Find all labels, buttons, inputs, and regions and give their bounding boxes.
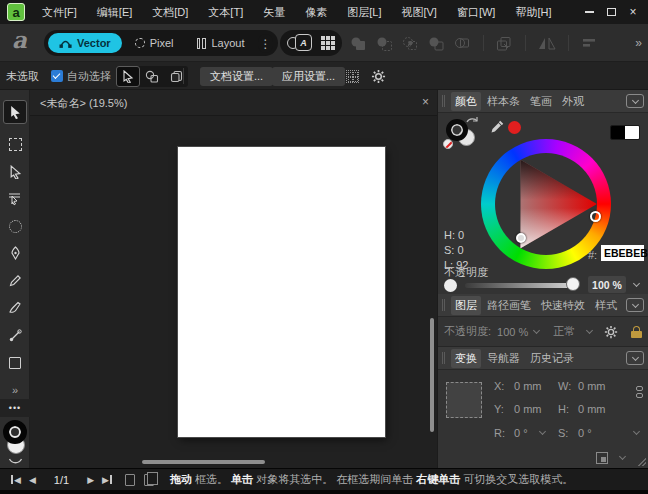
persona-vector-button[interactable]: Vector xyxy=(48,33,122,53)
s-value[interactable]: 0 ° xyxy=(578,427,592,439)
saturation-triangle[interactable] xyxy=(495,153,597,255)
horizontal-scrollbar[interactable] xyxy=(142,460,265,464)
select-object-button[interactable] xyxy=(140,66,164,87)
alignment-icon[interactable] xyxy=(581,36,597,50)
tab-stroke[interactable]: 笔画 xyxy=(526,92,556,111)
opacity-value[interactable]: 100 % xyxy=(588,276,626,293)
toolbar-more-chevron[interactable]: » xyxy=(635,36,642,50)
boolean-add-icon[interactable] xyxy=(350,36,367,51)
hue-marker[interactable] xyxy=(590,211,601,222)
tab-swatches[interactable]: 样本条 xyxy=(483,92,524,111)
contour-tool[interactable] xyxy=(3,187,27,211)
grid-panel-button[interactable] xyxy=(321,36,335,50)
select-duplicate-button[interactable] xyxy=(164,66,188,87)
transparency-tool[interactable] xyxy=(3,323,27,347)
h-value[interactable]: 0 mm xyxy=(578,403,606,415)
tab-path-brushes[interactable]: 路径画笔 xyxy=(483,296,535,315)
corner-tool[interactable] xyxy=(3,214,27,238)
eyedropper-icon[interactable] xyxy=(490,119,505,134)
maximize-button[interactable] xyxy=(600,2,622,22)
menu-window[interactable]: 窗口[W] xyxy=(447,0,506,24)
link-dimensions-icon[interactable] xyxy=(636,386,643,398)
first-page-button[interactable]: ◀ xyxy=(7,475,25,485)
menu-layer[interactable]: 图层[L] xyxy=(337,0,391,24)
lock-icon[interactable] xyxy=(631,326,642,338)
color-panel-menu-button[interactable] xyxy=(626,94,644,108)
move-tool[interactable] xyxy=(3,100,27,124)
panel-grip[interactable] xyxy=(442,95,445,107)
tab-appearance[interactable]: 外观 xyxy=(558,92,588,111)
vertical-scrollbar[interactable] xyxy=(430,318,434,432)
chevron-down-icon[interactable] xyxy=(539,428,546,435)
menu-edit[interactable]: 编辑[E] xyxy=(87,0,142,24)
close-button[interactable]: × xyxy=(622,2,644,22)
boolean-combine-icon[interactable] xyxy=(454,36,471,51)
menu-help[interactable]: 帮助[H] xyxy=(505,0,561,24)
rectangle-tool[interactable] xyxy=(3,351,27,375)
facing-pages-icon[interactable] xyxy=(144,474,154,486)
persona-layout-button[interactable]: Layout xyxy=(186,33,255,53)
app-settings-button[interactable]: 应用设置... xyxy=(272,67,345,86)
layers-opacity-value[interactable]: 100 % xyxy=(497,326,528,338)
menu-vector[interactable]: 矢量 xyxy=(253,0,295,24)
layer-settings-gear-icon[interactable] xyxy=(604,325,618,339)
r-value[interactable]: 0 ° xyxy=(514,427,528,439)
resize-grip[interactable] xyxy=(638,458,646,466)
document-page[interactable] xyxy=(178,147,385,437)
auto-select-checkbox[interactable] xyxy=(51,70,63,82)
tab-layers[interactable]: 图层 xyxy=(451,296,481,315)
saturation-marker[interactable] xyxy=(516,233,526,243)
tab-history[interactable]: 历史记录 xyxy=(526,349,578,368)
menu-pixel[interactable]: 像素 xyxy=(295,0,337,24)
chevron-down-icon[interactable] xyxy=(533,327,540,334)
anchor-point-selector[interactable] xyxy=(446,382,482,418)
blend-mode-select[interactable]: 正常 xyxy=(553,324,575,339)
pen-tool[interactable] xyxy=(3,241,27,265)
artboard-tool[interactable] xyxy=(3,132,27,156)
tab-navigator[interactable]: 导航器 xyxy=(483,349,524,368)
black-white-swatch[interactable] xyxy=(610,125,640,140)
chevron-down-icon[interactable] xyxy=(633,428,640,435)
node-tool[interactable] xyxy=(3,160,27,184)
panel-stroke-well[interactable] xyxy=(446,119,468,141)
previous-page-button[interactable]: ◀ xyxy=(25,475,40,485)
tab-color[interactable]: 颜色 xyxy=(451,92,481,111)
menu-text[interactable]: 文本[T] xyxy=(198,0,253,24)
tab-transform[interactable]: 变换 xyxy=(451,349,481,368)
opacity-slider-handle[interactable] xyxy=(566,277,580,291)
stroke-color-well[interactable] xyxy=(3,420,27,444)
document-settings-button[interactable]: 文档设置... xyxy=(200,67,273,86)
boolean-subtract-icon[interactable] xyxy=(376,36,393,51)
snapping-options-button[interactable] xyxy=(346,70,359,83)
next-page-button[interactable]: ▶ xyxy=(83,475,98,485)
opacity-slider-track[interactable] xyxy=(465,283,573,288)
toolbar-options-button[interactable]: ⋮ xyxy=(258,34,273,53)
vector-brush-tool[interactable] xyxy=(3,295,27,319)
single-page-icon[interactable] xyxy=(125,474,135,486)
pencil-tool[interactable] xyxy=(3,268,27,292)
persona-pixel-button[interactable]: Pixel xyxy=(124,33,185,53)
insert-inside-icon[interactable] xyxy=(496,36,513,51)
boolean-intersect-icon[interactable] xyxy=(402,36,419,51)
x-value[interactable]: 0 mm xyxy=(514,380,542,392)
auto-select-label[interactable]: 自动选择 xyxy=(67,69,111,84)
canvas-viewport[interactable] xyxy=(30,116,437,468)
chevron-down-icon[interactable] xyxy=(586,327,593,334)
swap-fill-stroke-icon[interactable] xyxy=(466,115,478,124)
menu-file[interactable]: 文件[F] xyxy=(32,0,87,24)
swap-colors-icon[interactable] xyxy=(8,458,23,466)
y-value[interactable]: 0 mm xyxy=(514,403,542,415)
menu-document[interactable]: 文档[D] xyxy=(142,0,198,24)
document-tab[interactable]: <未命名> (19.5%) xyxy=(40,96,127,111)
auto-correct-button[interactable]: A xyxy=(287,33,313,53)
chevron-down-icon[interactable] xyxy=(619,453,626,460)
boolean-divide-icon[interactable] xyxy=(428,36,445,51)
transform-panel-menu-button[interactable] xyxy=(626,351,644,365)
tab-close-button[interactable]: × xyxy=(422,95,429,109)
tab-styles[interactable]: 样式 xyxy=(591,296,621,315)
tab-quick-fx[interactable]: 快速特效 xyxy=(537,296,589,315)
select-cursor-button[interactable] xyxy=(116,66,140,87)
rail-ellipsis-button[interactable]: ••• xyxy=(0,399,30,417)
panel-grip[interactable] xyxy=(442,299,445,311)
picked-color-swatch[interactable] xyxy=(508,121,521,134)
